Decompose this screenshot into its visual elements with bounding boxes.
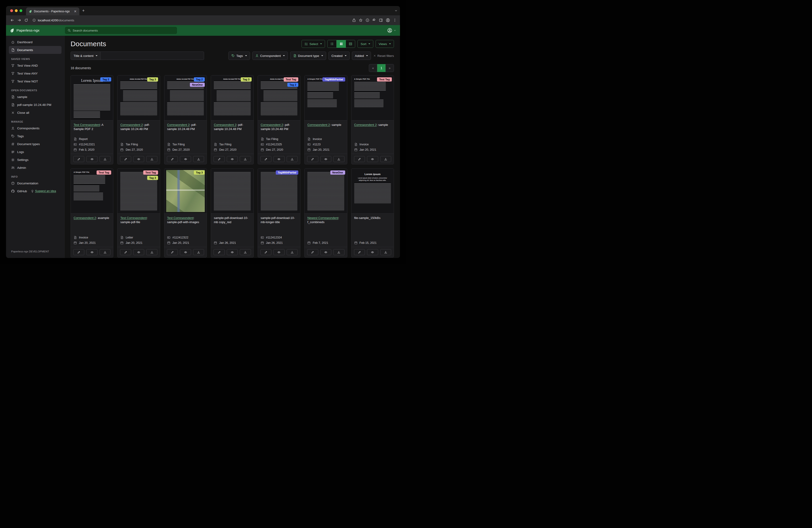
- document-card[interactable]: sample-pdf-download-10-mb copy_redJan 26…: [211, 168, 253, 257]
- download-button[interactable]: [287, 249, 298, 255]
- tag-badge[interactable]: Test Tag: [377, 77, 392, 82]
- tag-badge[interactable]: Test Tag: [143, 170, 158, 175]
- reload-button[interactable]: [23, 17, 29, 23]
- document-title-row[interactable]: sample-pdf-download-10-mb copy_red: [214, 216, 250, 224]
- correspondent-link[interactable]: Test Correspondent: [74, 123, 100, 127]
- bookmark-star-icon[interactable]: [359, 18, 363, 22]
- sidebar-item-dashboard[interactable]: Dashboard: [9, 38, 61, 46]
- document-card[interactable]: Lorem ipsumLorem ipsum dolor sit amet, c…: [351, 168, 394, 257]
- view-button[interactable]: [320, 156, 331, 162]
- document-title-row[interactable]: Correspondent 2: sample: [354, 123, 391, 127]
- document-thumbnail[interactable]: Lorem ipsumLorem ipsum dolor sit amet, c…: [351, 169, 394, 214]
- title-content-dropdown[interactable]: Title & content: [71, 52, 101, 60]
- forward-button[interactable]: [16, 17, 22, 23]
- tag-badge[interactable]: TagWithPartial: [276, 170, 299, 175]
- sidebar-item-document-types[interactable]: Document types: [9, 140, 61, 148]
- view-button[interactable]: [133, 249, 144, 255]
- sidebar-item-logs[interactable]: Logs: [9, 148, 61, 156]
- edit-button[interactable]: [307, 156, 318, 162]
- tag-badge[interactable]: Tag 3: [194, 170, 205, 175]
- tab-close-icon[interactable]: ✕: [74, 10, 77, 13]
- tag-badge[interactable]: Tag 2: [194, 77, 205, 82]
- sidebar-item-sample[interactable]: sample: [9, 93, 61, 101]
- back-button[interactable]: [9, 17, 15, 23]
- correspondent-link[interactable]: Test Correspondent: [167, 216, 193, 220]
- view-button[interactable]: [273, 249, 284, 255]
- document-thumbnail[interactable]: A Simple PDF FileTagWithPartial: [305, 75, 347, 120]
- correspondent-link[interactable]: Correspondent 2: [307, 123, 330, 127]
- download-button[interactable]: [193, 249, 204, 255]
- document-title-row[interactable]: Test Correspondent: A Sample PDF 2: [74, 123, 110, 131]
- download-button[interactable]: [100, 156, 111, 162]
- document-card[interactable]: NewOneNewest Correspondent: f_combinedsF…: [304, 168, 347, 257]
- pagination-next-button[interactable]: »: [386, 64, 394, 72]
- minimize-window-button[interactable]: [15, 9, 18, 12]
- view-toggle-listul-button[interactable]: [327, 40, 337, 48]
- view-button[interactable]: [133, 156, 144, 162]
- sidebar-item-documentation[interactable]: Documentation: [9, 179, 61, 187]
- document-title-row[interactable]: file-sample_150kBs: [354, 216, 391, 220]
- document-title-row[interactable]: Correspondent 2: pdf-sample 10.24.48 PM: [120, 123, 157, 131]
- document-thumbnail[interactable]: Adobe Acrobat PDF FilesTag 3: [117, 75, 160, 120]
- document-title-row[interactable]: Correspondent 2: pdf-sample 10.24.48 PM: [167, 123, 204, 131]
- pagination-prev-button[interactable]: «: [369, 64, 377, 72]
- filter-correspondent-button[interactable]: Correspondent: [252, 52, 288, 60]
- profile-avatar-icon[interactable]: [386, 18, 390, 22]
- sidebar-item-test-view-not[interactable]: Test View NOT: [9, 77, 61, 85]
- document-card[interactable]: A Simple PDF FileTest TagCorrespondent 2…: [71, 168, 113, 257]
- select-button[interactable]: Select: [302, 40, 325, 48]
- filter-created-button[interactable]: Created: [329, 52, 350, 60]
- edit-button[interactable]: [73, 249, 84, 255]
- tag-badge[interactable]: TagWithPartial: [322, 77, 345, 82]
- document-card[interactable]: A Simple PDF FileTagWithPartialCorrespon…: [304, 75, 347, 165]
- tag-badge[interactable]: Tag 3: [147, 77, 158, 82]
- document-title-row[interactable]: Correspondent 2: sample: [307, 123, 344, 127]
- correspondent-link[interactable]: Correspondent 2: [167, 123, 190, 127]
- view-toggle-grid-button[interactable]: [337, 40, 346, 48]
- document-title-row[interactable]: sample-pdf-download-10-mb-longer-title: [261, 216, 298, 224]
- document-thumbnail[interactable]: [211, 169, 253, 214]
- sidebar-item-close-all[interactable]: Close all: [9, 109, 61, 117]
- tab-search-chevron-icon[interactable]: [394, 9, 398, 12]
- document-card[interactable]: Test TagTag 3Test Correspondent: sample-…: [117, 168, 160, 257]
- download-button[interactable]: [240, 156, 251, 162]
- edit-button[interactable]: [214, 156, 224, 162]
- edit-button[interactable]: [167, 156, 178, 162]
- document-card[interactable]: TagWithPartialsample-pdf-download-10-mb-…: [258, 168, 300, 257]
- pagination-page-1-button[interactable]: 1: [377, 64, 386, 72]
- view-button[interactable]: [86, 249, 97, 255]
- download-button[interactable]: [146, 156, 157, 162]
- user-menu[interactable]: [387, 28, 396, 33]
- view-button[interactable]: [273, 156, 284, 162]
- tag-badge[interactable]: Test Tag: [97, 170, 112, 175]
- download-button[interactable]: [193, 156, 204, 162]
- edit-button[interactable]: [120, 249, 131, 255]
- share-icon[interactable]: [352, 18, 356, 22]
- document-title-row[interactable]: Test Correspondent: sample-pdf-file: [120, 216, 157, 224]
- site-info-icon[interactable]: [32, 18, 36, 22]
- document-thumbnail[interactable]: Tag 3: [164, 169, 207, 214]
- document-title-row[interactable]: Correspondent 2: asample: [74, 216, 110, 220]
- sidebar-item-settings[interactable]: Settings: [9, 156, 61, 164]
- extensions-puzzle-icon[interactable]: [372, 18, 376, 22]
- filter-document-type-button[interactable]: Document type: [290, 52, 326, 60]
- close-window-button[interactable]: [10, 9, 13, 12]
- sidebar-item-documents[interactable]: Documents: [9, 46, 61, 54]
- view-toggle-rows-button[interactable]: [346, 40, 355, 48]
- document-title-row[interactable]: Test Correspondent: sample-pdf-with-imag…: [167, 216, 204, 224]
- view-button[interactable]: [367, 249, 378, 255]
- reset-filters-button[interactable]: Reset filters: [373, 54, 394, 58]
- correspondent-link[interactable]: Correspondent 2: [261, 123, 283, 127]
- download-button[interactable]: [287, 156, 298, 162]
- document-thumbnail[interactable]: TagWithPartial: [258, 169, 300, 214]
- document-card[interactable]: Lorem IpsumTag 2Test Correspondent: A Sa…: [71, 75, 113, 165]
- filter-query-input[interactable]: [101, 52, 204, 60]
- tag-badge[interactable]: Tag 2: [100, 77, 111, 82]
- document-thumbnail[interactable]: Test TagTag 3: [117, 169, 160, 214]
- view-button[interactable]: [227, 249, 238, 255]
- tag-badge[interactable]: NewOne: [330, 170, 345, 175]
- edit-button[interactable]: [354, 156, 365, 162]
- edit-button[interactable]: [260, 156, 271, 162]
- edit-button[interactable]: [167, 249, 178, 255]
- search-input[interactable]: [73, 29, 174, 32]
